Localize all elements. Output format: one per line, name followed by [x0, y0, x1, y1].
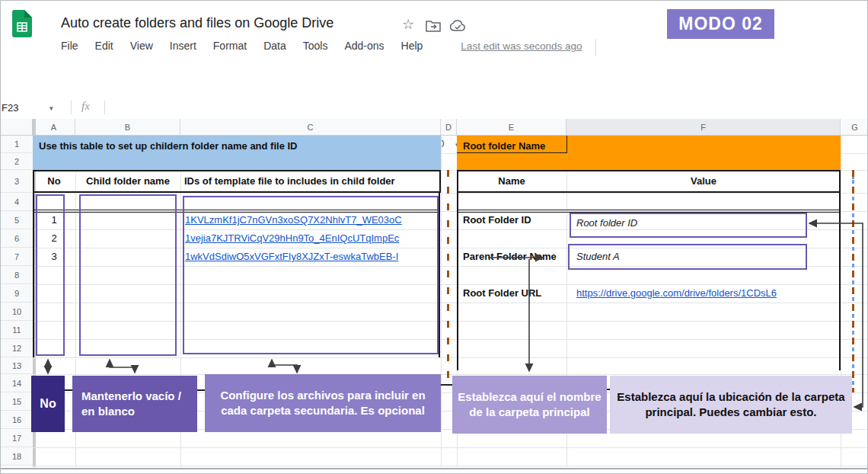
arrow-annotations [1, 1, 868, 474]
google-sheets-window: Auto create folders and files on Google … [0, 0, 868, 474]
sheet-bottom-edge [1, 468, 868, 469]
